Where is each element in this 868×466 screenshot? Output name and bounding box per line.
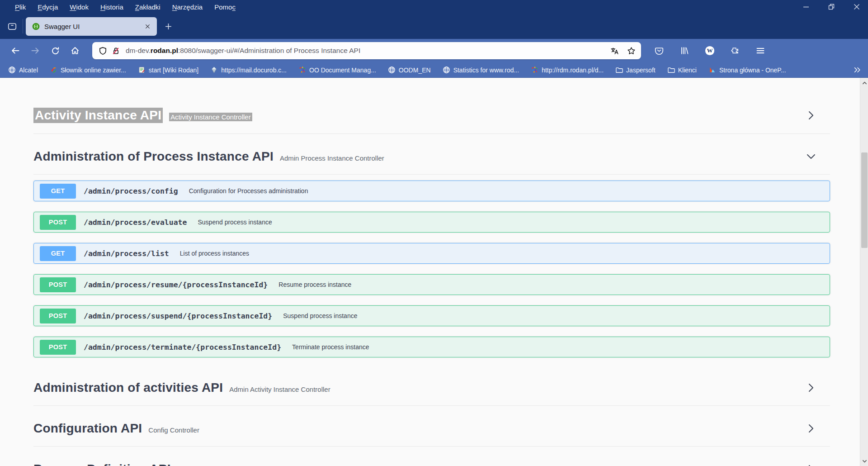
api-section-header[interactable]: Activity Instance APIActivity Instance C… <box>33 85 830 134</box>
http-method-badge: GET <box>40 184 76 199</box>
api-section-header[interactable]: Administration of activities APIAdmin Ac… <box>33 365 830 406</box>
api-section-header[interactable]: Configuration APIConfig Controller <box>33 406 830 447</box>
operation-row[interactable]: POST/admin/process/suspend/{processInsta… <box>33 305 830 326</box>
bookmark-label: OO Document Manag... <box>309 67 376 74</box>
pocket-icon[interactable] <box>651 43 667 58</box>
reload-button[interactable] <box>47 43 63 58</box>
bookmark-label: Strona główna - OneP... <box>719 67 786 74</box>
chevron-right-icon[interactable] <box>806 382 816 393</box>
bookmark-item[interactable]: http://rdm.rodan.pl/d... <box>531 66 604 74</box>
home-button[interactable] <box>67 43 83 58</box>
api-section-title: Administration of Process Instance API <box>33 149 274 164</box>
menu-widok[interactable]: Widok <box>70 3 89 11</box>
url-bar[interactable]: dm-dev.rodan.pl:8080/swagger-ui/#/Admini… <box>92 42 641 59</box>
bookmark-item[interactable]: Jaspersoft <box>615 66 656 74</box>
bookmark-item[interactable]: OODM_EN <box>388 66 431 74</box>
translate-icon[interactable] <box>610 47 619 55</box>
bookmark-label: Klienci <box>678 67 697 74</box>
bookmark-label: Statistics for www.rod... <box>453 67 519 74</box>
api-section-title: Process Definition API <box>33 462 171 466</box>
endpoint-path: /admin/process/terminate/{processInstanc… <box>84 343 281 352</box>
api-section-subtitle: Admin Activity Instance Controller <box>229 385 330 393</box>
api-section-subtitle: Config Controller <box>148 426 199 434</box>
browser-tab[interactable]: Swagger UI <box>26 17 157 36</box>
gem-icon <box>210 66 218 74</box>
bookmark-item[interactable]: OO Document Manag... <box>298 66 376 74</box>
menu-edycja[interactable]: Edycja <box>38 3 58 11</box>
bookmark-label: Alcatel <box>19 67 38 74</box>
bookmark-item[interactable]: https://mail.docurob.c... <box>210 66 287 74</box>
back-button[interactable] <box>8 43 23 58</box>
chevron-right-icon[interactable] <box>806 423 816 434</box>
http-method-badge: POST <box>40 215 76 230</box>
api-section-subtitle: Admin Process Instance Controller <box>280 154 384 162</box>
bookmark-item[interactable]: start [Wiki Rodan] <box>138 66 198 74</box>
api-section-title: Activity Instance API <box>33 108 163 123</box>
scroll-up-icon[interactable] <box>860 79 868 87</box>
swagger-page: Activity Instance APIActivity Instance C… <box>0 78 868 466</box>
app-menu-icon[interactable] <box>753 43 768 58</box>
insecure-lock-icon[interactable] <box>112 47 120 55</box>
scroll-down-icon[interactable] <box>860 457 868 465</box>
api-section-header[interactable]: Administration of Process Instance APIAd… <box>33 134 830 175</box>
operation-row[interactable]: POST/admin/process/resume/{processInstan… <box>33 274 830 295</box>
http-method-badge: POST <box>40 340 76 355</box>
bookmark-label: https://mail.docurob.c... <box>221 67 287 74</box>
chevron-right-icon[interactable] <box>806 110 816 121</box>
folder-icon <box>667 66 675 74</box>
menu-narzędzia[interactable]: Narzędzia <box>172 3 203 11</box>
endpoint-description: Suspend process instance <box>198 219 272 226</box>
endpoint-description: Configuration for Processes administrati… <box>189 187 308 195</box>
tab-separator <box>23 19 23 33</box>
close-window-button[interactable] <box>852 2 862 12</box>
api-section-subtitle: Activity Instance Controller <box>169 113 252 121</box>
forward-button[interactable] <box>28 43 43 58</box>
menu-historia[interactable]: Historia <box>100 3 123 11</box>
tracking-shield-icon[interactable] <box>99 47 107 55</box>
bookmark-star-icon[interactable] <box>627 47 636 55</box>
color-dots-icon <box>531 66 538 74</box>
wikipedia-extension-icon[interactable]: W <box>702 43 717 58</box>
new-tab-button[interactable] <box>161 19 175 33</box>
bookmarks-overflow-icon[interactable] <box>851 64 863 76</box>
swagger-favicon-icon <box>32 23 40 30</box>
scrollbar-thumb[interactable] <box>861 152 868 248</box>
wiki-note-icon <box>138 66 146 74</box>
operation-row[interactable]: POST/admin/process/evaluateSuspend proce… <box>33 212 830 233</box>
endpoint-path: /admin/process/list <box>84 249 169 258</box>
operations-list: GET/admin/process/configConfiguration fo… <box>33 175 830 365</box>
chevron-right-icon[interactable] <box>806 464 816 466</box>
api-section-title: Administration of activities API <box>33 380 223 395</box>
tab-bar: Swagger UI <box>0 14 868 39</box>
operation-row[interactable]: GET/admin/process/configConfiguration fo… <box>33 181 830 201</box>
menu-plik[interactable]: Plik <box>15 3 26 11</box>
bookmark-item[interactable]: Klienci <box>667 66 697 74</box>
restore-button[interactable] <box>826 2 836 12</box>
operation-row[interactable]: GET/admin/process/listList of process in… <box>33 243 830 264</box>
color-dots-icon <box>298 66 306 74</box>
http-method-badge: POST <box>40 277 76 292</box>
navigation-toolbar: dm-dev.rodan.pl:8080/swagger-ui/#/Admini… <box>0 39 868 62</box>
api-section-header[interactable]: Process Definition APIProcess Definition… <box>33 447 830 466</box>
chevron-down-icon[interactable] <box>806 151 816 162</box>
http-method-badge: POST <box>40 309 76 323</box>
library-icon[interactable] <box>677 43 692 58</box>
oneplace-icon <box>708 66 716 74</box>
bookmark-item[interactable]: Słownik online zawier... <box>50 66 126 74</box>
api-section-title: Configuration API <box>33 421 142 436</box>
folder-icon <box>615 66 623 74</box>
menu-pomoc[interactable]: Pomoc <box>214 3 236 11</box>
menu-bar: PlikEdycjaWidokHistoriaZakładkiNarzędzia… <box>0 3 236 11</box>
bookmark-item[interactable]: Alcatel <box>8 66 38 74</box>
bookmark-item[interactable]: Strona główna - OneP... <box>708 66 786 74</box>
operation-row[interactable]: POST/admin/process/terminate/{processIns… <box>33 337 830 357</box>
page-scrollbar[interactable] <box>860 78 868 466</box>
extensions-puzzle-icon[interactable] <box>727 43 743 58</box>
tab-close-icon[interactable] <box>142 21 152 31</box>
endpoint-description: Terminate process instance <box>292 343 369 351</box>
firefox-view-button[interactable] <box>5 19 19 33</box>
bookmark-label: start [Wiki Rodan] <box>149 67 198 74</box>
bookmark-item[interactable]: Statistics for www.rod... <box>443 66 519 74</box>
menu-zakładki[interactable]: Zakładki <box>135 3 160 11</box>
minimize-button[interactable] <box>801 2 811 12</box>
